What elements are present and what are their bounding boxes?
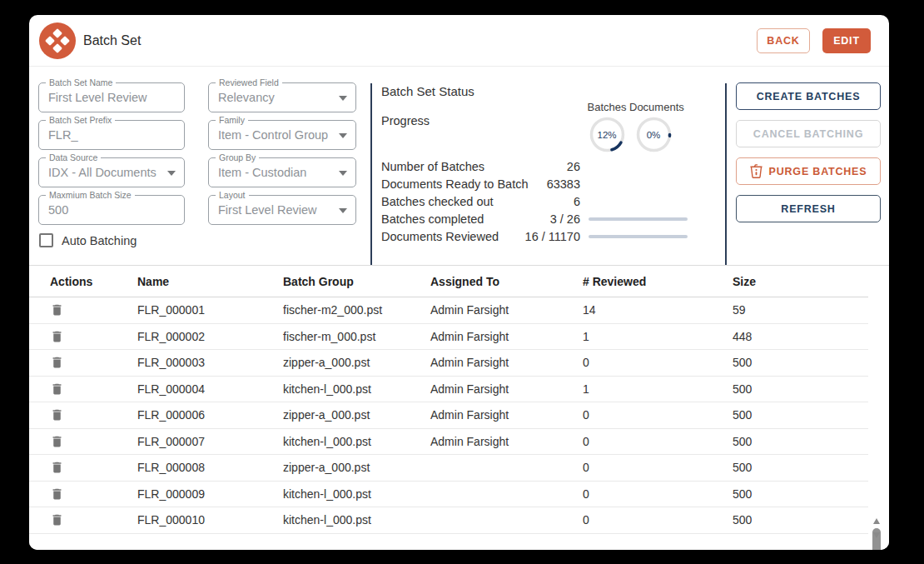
table-row[interactable]: FLR_000009 kitchen-l_000.pst 0 500	[29, 482, 868, 508]
table-row[interactable]: FLR_000006 zipper-a_000.pst Admin Farsig…	[29, 402, 868, 429]
table-scrollbar[interactable]	[872, 518, 882, 538]
family-value: Item - Control Group	[218, 128, 335, 142]
auto-batching-checkbox[interactable]	[39, 233, 53, 247]
auto-batching-row: Auto Batching	[39, 233, 137, 247]
table-row[interactable]: FLR_000007 kitchen-l_000.pst Admin Farsi…	[29, 429, 868, 456]
batches-gauge-label: Batches	[585, 101, 628, 113]
group-by-select[interactable]: Group By Item - Custodian	[208, 157, 356, 187]
batch-set-name-value: First Level Review	[48, 91, 164, 104]
scroll-up-icon[interactable]	[873, 518, 880, 524]
table-row[interactable]: FLR_000004 kitchen-l_000.pst Admin Farsi…	[29, 377, 868, 403]
documents-gauge-percent: 0%	[635, 116, 673, 153]
actions-cell	[50, 407, 137, 422]
col-size[interactable]: Size	[733, 275, 868, 288]
table-row[interactable]: FLR_000001 fischer-m2_000.pst Admin Fars…	[29, 297, 868, 324]
name-cell: FLR_000003	[137, 356, 283, 369]
batch-group-cell: kitchen-l_000.pst	[283, 487, 430, 501]
table-row[interactable]: FLR_000003 zipper-a_000.pst Admin Farsig…	[29, 350, 868, 377]
status-stat-row: Batches checked out 6	[381, 193, 731, 211]
batches-gauge-percent: 12%	[589, 116, 626, 153]
batch-group-cell: zipper-a_000.pst	[283, 461, 430, 474]
batch-group-cell: kitchen-l_000.pst	[283, 513, 430, 527]
batch-group-cell: kitchen-l_000.pst	[283, 435, 430, 448]
batch-table: Actions Name Batch Group Assigned To # R…	[29, 265, 889, 550]
documents-gauge-label: Documents	[629, 101, 678, 113]
reviewed-cell: 0	[583, 487, 733, 501]
layout-select[interactable]: Layout First Level Review	[208, 195, 356, 225]
delete-icon[interactable]	[50, 302, 64, 317]
batch-set-prefix-field[interactable]: Batch Set Prefix FLR_	[38, 120, 185, 150]
col-reviewed[interactable]: # Reviewed	[583, 275, 733, 288]
chevron-down-icon	[339, 171, 347, 176]
actions-cell	[50, 434, 137, 449]
actions-cell	[50, 487, 137, 502]
reviewed-cell: 0	[583, 356, 733, 369]
delete-icon[interactable]	[50, 434, 64, 449]
delete-icon[interactable]	[50, 487, 64, 502]
table-row[interactable]: FLR_000002 fischer-m_000.pst Admin Farsi…	[29, 324, 868, 351]
stat-progress-bar	[589, 217, 688, 221]
delete-icon[interactable]	[50, 512, 64, 527]
batch-group-cell: fischer-m2_000.pst	[283, 303, 430, 317]
reviewed-cell: 0	[583, 513, 733, 527]
delete-icon[interactable]	[50, 329, 64, 344]
max-batch-size-label: Maxmium Batch Size	[46, 190, 135, 200]
purge-batches-wrap: PURGE BATCHES	[736, 157, 881, 185]
scroll-down-icon[interactable]	[873, 532, 880, 538]
reviewed-cell: 1	[583, 330, 733, 343]
edit-button[interactable]: EDIT	[822, 28, 871, 53]
refresh-wrap: REFRESH	[736, 195, 881, 222]
family-select[interactable]: Family Item - Control Group	[208, 120, 356, 150]
size-cell: 500	[733, 356, 868, 369]
batch-group-cell: zipper-a_000.pst	[283, 356, 430, 369]
status-stat-row: Batches completed 3 / 26	[381, 211, 731, 228]
delete-icon[interactable]	[50, 407, 64, 422]
col-batch-group[interactable]: Batch Group	[283, 275, 430, 288]
purge-trash-icon	[750, 164, 763, 178]
delete-icon[interactable]	[50, 382, 64, 397]
batch-set-name-label: Batch Set Name	[46, 77, 116, 87]
actions-cell	[50, 355, 137, 370]
reviewed-field-label: Reviewed Field	[216, 77, 282, 87]
scrollbar-thumb[interactable]	[872, 528, 881, 550]
name-cell: FLR_000004	[137, 382, 283, 396]
purge-batches-button[interactable]: PURGE BATCHES	[736, 157, 881, 185]
col-name[interactable]: Name	[137, 275, 283, 288]
family-label: Family	[216, 115, 248, 125]
batches-gauge: Batches 12%	[585, 101, 628, 153]
name-cell: FLR_000002	[137, 330, 283, 343]
stat-value: 3 / 26	[429, 212, 580, 226]
create-batches-button[interactable]: CREATE BATCHES	[736, 82, 881, 110]
group-by-label: Group By	[216, 152, 259, 162]
reviewed-field-select[interactable]: Reviewed Field Relevancy	[208, 82, 356, 112]
reviewed-cell: 0	[583, 408, 733, 422]
delete-icon[interactable]	[50, 355, 64, 370]
reviewed-cell: 0	[583, 435, 733, 448]
col-assigned-to[interactable]: Assigned To	[430, 275, 583, 288]
batch-set-name-field[interactable]: Batch Set Name First Level Review	[38, 82, 185, 112]
assigned-to-cell: Admin Farsight	[430, 408, 583, 422]
name-cell: FLR_000006	[137, 408, 283, 422]
name-cell: FLR_000007	[137, 435, 283, 448]
table-row[interactable]: FLR_000008 zipper-a_000.pst 0 500	[29, 455, 868, 482]
table-row[interactable]: FLR_000010 kitchen-l_000.pst 0 500	[29, 507, 868, 534]
refresh-button[interactable]: REFRESH	[736, 195, 881, 222]
col-actions[interactable]: Actions	[50, 275, 137, 288]
size-cell: 500	[733, 461, 868, 474]
size-cell: 500	[733, 435, 868, 448]
reviewed-cell: 1	[583, 382, 733, 396]
max-batch-size-field[interactable]: Maxmium Batch Size 500	[38, 195, 185, 225]
back-button[interactable]: BACK	[757, 28, 810, 53]
chevron-down-icon	[339, 133, 347, 138]
size-cell: 500	[733, 487, 868, 501]
delete-icon[interactable]	[50, 460, 64, 475]
purge-batches-label: PURGE BATCHES	[769, 166, 867, 177]
assigned-to-cell: Admin Farsight	[430, 356, 583, 369]
name-cell: FLR_000010	[137, 513, 283, 527]
name-cell: FLR_000009	[137, 487, 283, 501]
stat-progress-bar	[589, 235, 688, 238]
data-source-select[interactable]: Data Source IDX - All Documents	[38, 157, 185, 187]
size-cell: 500	[733, 382, 868, 396]
assigned-to-cell: Admin Farsight	[430, 382, 583, 396]
cancel-batching-button[interactable]: CANCEL BATCHING	[736, 120, 881, 147]
